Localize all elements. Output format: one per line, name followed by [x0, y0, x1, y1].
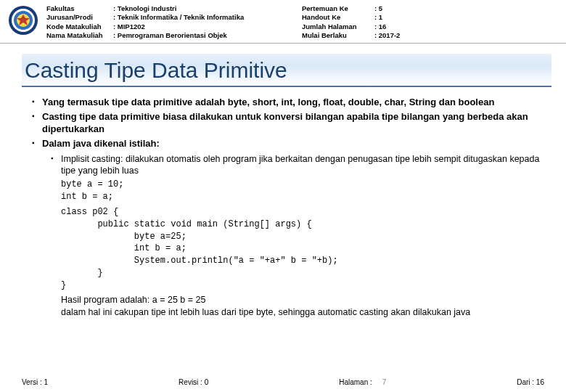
sub-bullet-item: Implisit casting: dilakukan otomatis ole… [51, 153, 544, 319]
hdr-value: : Teknik Informatika / Teknik Informatik… [113, 13, 302, 22]
hdr-label: Handout Ke [302, 13, 374, 22]
document-footer: Versi : 1 Revisi : 0 Halaman : 7 Dari : … [0, 378, 566, 386]
footer-dari: Dari : 16 [517, 378, 544, 386]
hdr-label: Nama Matakuliah [46, 31, 113, 40]
footer-page-number: 7 [382, 378, 387, 386]
slide-title: Casting Tipe Data Primitive [25, 58, 549, 83]
hdr-label: Jumlah Halaman [302, 23, 374, 31]
footer-halaman-label: Halaman : [339, 378, 372, 386]
bullet-item: Dalam java dikenal istilah: [32, 137, 544, 150]
sub-bullet-text: Implisit casting: dilakukan otomatis ole… [61, 154, 539, 176]
hdr-value: : 1 [374, 13, 418, 22]
hdr-value: : 5 [374, 4, 418, 13]
code-snippet-1: byte a = 10; int b = a; [61, 179, 544, 203]
hdr-value: : 16 [374, 23, 418, 31]
document-header: Fakultas Jurusan/Prodi Kode Matakuliah N… [0, 0, 566, 44]
hdr-value: : Pemrograman Berorientasi Objek [113, 31, 302, 40]
bullet-item: Yang termasuk tipe data primitive adalah… [32, 96, 544, 109]
slide-title-bar: Casting Tipe Data Primitive [22, 54, 551, 87]
hdr-label: Mulai Berlaku [302, 31, 374, 40]
hdr-label: Pertemuan Ke [302, 4, 374, 13]
result-line: dalam hal ini cakupan tipe int lebih lua… [61, 306, 544, 319]
slide-content: Yang termasuk tipe data primitive adalah… [0, 91, 566, 319]
footer-versi: Versi : 1 [22, 378, 48, 386]
result-line: Hasil program adalah: a = 25 b = 25 [61, 294, 544, 306]
hdr-label: Kode Matakuliah [46, 23, 113, 31]
university-logo [7, 4, 39, 36]
hdr-value: : MIP1202 [113, 23, 302, 31]
bullet-item: Casting tipe data primitive biasa dilaku… [32, 110, 544, 136]
hdr-value: : Teknologi Industri [113, 4, 302, 13]
footer-revisi: Revisi : 0 [179, 378, 208, 386]
hdr-value: : 2017-2 [374, 31, 418, 40]
header-columns: Fakultas Jurusan/Prodi Kode Matakuliah N… [46, 4, 559, 40]
hdr-label: Jurusan/Prodi [46, 13, 113, 22]
code-snippet-2: class p02 { public static void main (Str… [61, 206, 544, 292]
hdr-label: Fakultas [46, 4, 113, 13]
